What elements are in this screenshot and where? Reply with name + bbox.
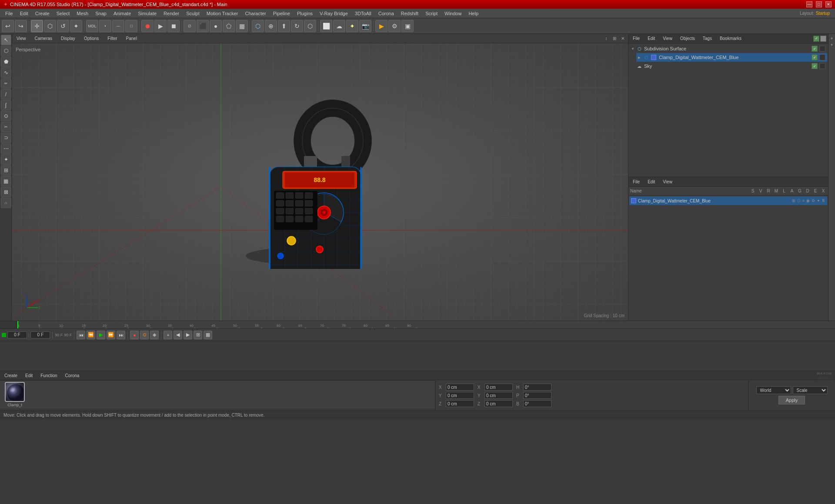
menu-3dtoall[interactable]: 3DToAll: [351, 9, 375, 18]
menu-render[interactable]: Render: [160, 9, 183, 18]
edit-render-btn[interactable]: ▣: [401, 20, 414, 32]
brush-tool[interactable]: ⋯: [1, 143, 11, 154]
material-preview[interactable]: [5, 382, 25, 402]
spline-tool[interactable]: ∫: [1, 100, 11, 110]
loft-btn[interactable]: ⬡: [304, 20, 316, 32]
keyframe-nav-next[interactable]: ▶: [184, 331, 192, 339]
props-menu-view[interactable]: View: [660, 179, 675, 185]
add-keyframe-button[interactable]: +: [164, 331, 172, 339]
menu-help[interactable]: Help: [465, 9, 482, 18]
selection-tool[interactable]: ↖: [1, 35, 11, 45]
menu-animate[interactable]: Animate: [110, 9, 134, 18]
right-sidebar-btn-1[interactable]: ▲: [829, 35, 835, 41]
transform-tool[interactable]: ✦: [70, 20, 82, 32]
maximize-button[interactable]: □: [816, 1, 822, 7]
auto-keyframe-button[interactable]: ⊙: [140, 331, 149, 339]
apply-button[interactable]: Apply: [778, 396, 805, 405]
array-tool[interactable]: ▦: [1, 176, 11, 186]
play-button[interactable]: ▶: [97, 331, 105, 339]
menu-edit[interactable]: Edit: [17, 9, 32, 18]
edge-mode[interactable]: —: [112, 20, 124, 32]
floor-btn[interactable]: ⬜: [320, 20, 332, 32]
prop-icon-2[interactable]: ⬡: [796, 199, 802, 203]
props-menu-edit[interactable]: Edit: [645, 179, 658, 185]
menu-motion-tracker[interactable]: Motion Tracker: [203, 9, 242, 18]
frame-start-field[interactable]: [7, 332, 27, 338]
menu-file[interactable]: File: [2, 9, 17, 18]
go-to-prev-button[interactable]: ⏪: [87, 331, 95, 339]
menu-vray[interactable]: V-Ray Bridge: [316, 9, 351, 18]
knife-tool[interactable]: ✂: [1, 122, 11, 132]
scene-menu-tags[interactable]: Tags: [700, 35, 715, 42]
rotate-tool[interactable]: ↺: [57, 20, 69, 32]
prop-icon-1[interactable]: ⊞: [791, 199, 796, 203]
scene-menu-objects[interactable]: Objects: [678, 35, 698, 42]
right-sidebar-btn-2[interactable]: ▼: [829, 42, 835, 48]
cube-btn[interactable]: ⬛: [197, 20, 209, 32]
menu-character[interactable]: Character: [241, 9, 269, 18]
sculpt-brush[interactable]: ⊃: [1, 133, 11, 143]
menu-snap[interactable]: Snap: [92, 9, 110, 18]
coord-h-rot-field[interactable]: [523, 384, 551, 391]
minimize-button[interactable]: —: [806, 1, 812, 7]
subdiv-check[interactable]: ✓: [812, 46, 818, 52]
scene-menu-bookmarks[interactable]: Bookmarks: [717, 35, 744, 42]
menu-select[interactable]: Select: [53, 9, 73, 18]
go-to-end-button[interactable]: ⏭: [117, 331, 125, 339]
lathe-btn[interactable]: ↻: [291, 20, 303, 32]
go-to-start-button[interactable]: ⏮: [77, 331, 85, 339]
viewport[interactable]: View Cameras Display Options Filter Pane…: [12, 34, 628, 321]
render-view-btn[interactable]: ▶: [375, 20, 387, 32]
prop-icon-3[interactable]: ≡: [802, 199, 805, 203]
viewport-menu-options[interactable]: Options: [81, 35, 101, 42]
plane-btn[interactable]: ▦: [236, 20, 248, 32]
menu-create[interactable]: Create: [32, 9, 53, 18]
timeline-layout-button[interactable]: ⊞: [194, 331, 202, 339]
menu-corona[interactable]: Corona: [375, 9, 397, 18]
light-btn[interactable]: ✦: [346, 20, 358, 32]
coord-z-pos-field[interactable]: [446, 400, 474, 407]
viewport-menu-panel[interactable]: Panel: [124, 35, 140, 42]
sphere-btn[interactable]: ●: [210, 20, 222, 32]
poly-pen-tool[interactable]: ✏: [1, 78, 11, 89]
scale-dropdown[interactable]: Scale: [793, 386, 828, 394]
cylinder-btn[interactable]: ⬠: [223, 20, 235, 32]
props-menu-file[interactable]: File: [630, 179, 642, 185]
scale-tool[interactable]: ⬡: [44, 20, 56, 32]
live-selection-tool[interactable]: ⬡: [1, 46, 11, 56]
paint-tool[interactable]: ✦: [1, 154, 11, 165]
clamp-check[interactable]: ✓: [812, 54, 818, 60]
layout-value[interactable]: Startup: [816, 11, 830, 16]
coord-y-size-field[interactable]: [484, 392, 513, 399]
rect-selection-tool[interactable]: ⬟: [1, 56, 11, 67]
mat-menu-corona[interactable]: Corona: [63, 372, 82, 379]
sky-check[interactable]: ✓: [812, 63, 818, 69]
coord-z-size-field[interactable]: [484, 400, 513, 407]
timeline-ruler[interactable]: 0 5 10 15 20 25 30 35 40 45 50: [0, 321, 835, 329]
coord-y-pos-field[interactable]: [446, 392, 474, 399]
mat-menu-create[interactable]: Create: [2, 372, 20, 379]
prop-item-clamp[interactable]: Clamp_Digital_Wattmeter_CEM_Blue ⊞ ⬡ ≡ ◉…: [629, 196, 827, 205]
coord-b-rot-field[interactable]: [523, 400, 551, 407]
render-settings-btn[interactable]: ⚙: [388, 20, 401, 32]
menu-simulate[interactable]: Simulate: [134, 9, 160, 18]
menu-redshift[interactable]: Redshift: [397, 9, 422, 18]
coord-p-rot-field[interactable]: [523, 392, 551, 399]
poly-mode[interactable]: □: [125, 20, 137, 32]
anim-record-btn[interactable]: ⏺: [141, 20, 154, 32]
menu-plugins[interactable]: Plugins: [294, 9, 316, 18]
world-dropdown[interactable]: World: [756, 386, 791, 394]
prop-icon-7[interactable]: Ⅲ: [821, 199, 825, 203]
scene-item-subdiv[interactable]: ▼ ⬡ Subdivision Surface ✓: [629, 44, 827, 53]
null-object-btn[interactable]: ∅: [184, 20, 196, 32]
undo-button[interactable]: ↩: [2, 20, 14, 32]
timeline-dope-button[interactable]: ▦: [204, 331, 212, 339]
viewport-layout-icon[interactable]: ⊞: [611, 35, 618, 42]
redo-button[interactable]: ↪: [15, 20, 27, 32]
scene-menu-edit[interactable]: Edit: [645, 35, 658, 42]
viewport-menu-filter[interactable]: Filter: [105, 35, 120, 42]
frame-current-field[interactable]: [30, 332, 50, 338]
mirror-tool[interactable]: ⊞: [1, 165, 11, 176]
point-mode[interactable]: •: [99, 20, 111, 32]
play-forward-fast-button[interactable]: ⏩: [107, 331, 115, 339]
